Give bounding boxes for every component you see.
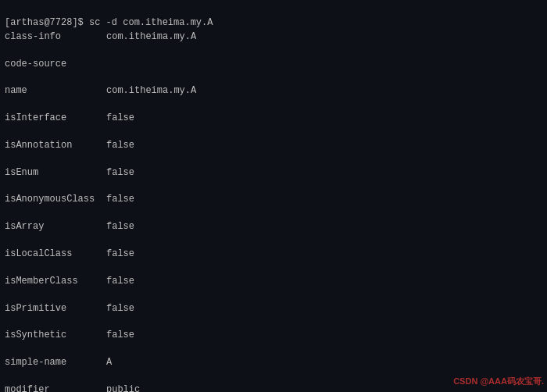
terminal-window: [arthas@7728]$ sc -d com.itheima.my.A cl… bbox=[0, 0, 547, 392]
val-issynthetic-1: false bbox=[106, 329, 134, 342]
watermark: CSDN @AAA码农宝哥. bbox=[453, 376, 544, 387]
field-isenum-1: isEnum false bbox=[5, 166, 542, 180]
key-name-1: name bbox=[5, 84, 106, 98]
key-isenum-1: isEnum bbox=[5, 166, 106, 180]
field-class-info-1: class-info com.itheima.my.A bbox=[5, 30, 542, 44]
field-isprimitive-1: isPrimitive false bbox=[5, 302, 542, 315]
key-isanonymous-1: isAnonymousClass bbox=[5, 193, 106, 206]
key-modifier-1: modifier bbox=[5, 383, 106, 392]
field-isanonymous-1: isAnonymousClass false bbox=[5, 193, 542, 206]
field-isannotation-1: isAnnotation false bbox=[5, 139, 542, 152]
key-isprimitive-1: isPrimitive bbox=[5, 302, 106, 315]
val-islocal-1: false bbox=[106, 248, 134, 261]
field-isinterface-1: isInterface false bbox=[5, 112, 542, 125]
prompt-line: [arthas@7728]$ sc -d com.itheima.my.A bbox=[5, 17, 213, 28]
val-isinterface-1: false bbox=[106, 112, 134, 125]
val-isarray-1: false bbox=[106, 220, 134, 233]
field-code-source-1: code-source bbox=[5, 58, 542, 71]
key-isinterface-1: isInterface bbox=[5, 112, 106, 125]
val-simplename-1: A bbox=[106, 356, 112, 369]
key-isannotation-1: isAnnotation bbox=[5, 139, 106, 152]
val-modifier-1: public bbox=[106, 383, 140, 392]
field-simplename-1: simple-name A bbox=[5, 356, 542, 369]
val-ismember-1: false bbox=[106, 275, 134, 288]
val-name-1: com.itheima.my.A bbox=[106, 84, 196, 98]
key-ismember-1: isMemberClass bbox=[5, 275, 106, 288]
val-class-info-1: com.itheima.my.A bbox=[106, 30, 196, 44]
key-code-source-1: code-source bbox=[5, 58, 106, 71]
key-class-info-1: class-info bbox=[5, 30, 106, 44]
field-name-1: name com.itheima.my.A bbox=[5, 84, 542, 98]
field-islocal-1: isLocalClass false bbox=[5, 248, 542, 261]
key-simplename-1: simple-name bbox=[5, 356, 106, 369]
field-ismember-1: isMemberClass false bbox=[5, 275, 542, 288]
val-isanonymous-1: false bbox=[106, 193, 134, 206]
field-issynthetic-1: isSynthetic false bbox=[5, 329, 542, 342]
val-isprimitive-1: false bbox=[106, 302, 134, 315]
key-isarray-1: isArray bbox=[5, 220, 106, 233]
terminal-content: [arthas@7728]$ sc -d com.itheima.my.A cl… bbox=[5, 3, 542, 392]
key-islocal-1: isLocalClass bbox=[5, 248, 106, 261]
val-isenum-1: false bbox=[106, 166, 134, 180]
val-isannotation-1: false bbox=[106, 139, 134, 152]
field-isarray-1: isArray false bbox=[5, 220, 542, 233]
key-issynthetic-1: isSynthetic bbox=[5, 329, 106, 342]
